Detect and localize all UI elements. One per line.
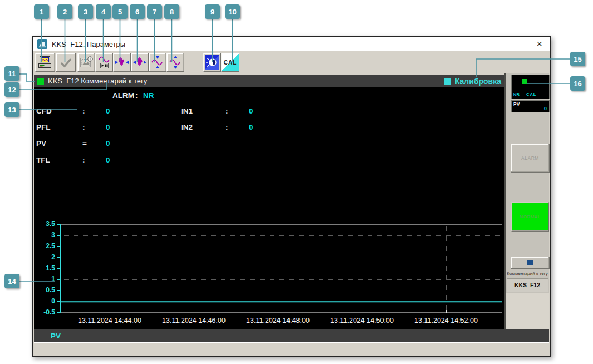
parameter-values: ALRM : NR CFD : 0 PFL : 0 PV = 0 TFL : 0… [34,87,504,210]
nr-status-label: NR [513,92,520,97]
callout-badge-1: 1 [34,4,49,19]
callout-badge-5: 5 [112,4,128,19]
in1-value: 0 [249,107,253,115]
cal-label: CAL [222,53,239,71]
snapshot-button[interactable] [77,53,95,72]
comment-button[interactable] [511,257,550,269]
callout-badge-7: 7 [147,4,162,19]
image-zoom-icon [80,56,93,69]
y-tick-label: -0.5 [34,308,55,316]
screen: 1 2 3 4 5 6 7 8 9 10 11 12 13 14 15 16 K… [0,0,593,364]
pv-value: 0 [106,139,110,147]
callout-badge-15: 15 [570,52,585,66]
calibration-label: Калибровка [455,77,501,86]
callout-badge-12: 12 [4,82,19,97]
alrm-sep: : [135,91,138,100]
in1-label: IN1 [181,107,193,115]
window-body: KKS_F12 Комментарий к тегу Калибровка AL… [33,73,550,356]
callout-badge-11: 11 [4,66,19,81]
tfl-label: TFL [36,156,50,164]
wave-expand-v-icon [168,55,183,70]
comment-square-icon [527,260,533,265]
pfl-label: PFL [36,123,51,131]
callout-badge-8: 8 [164,4,179,19]
normal-mode-button[interactable]: NORMAL [511,202,549,232]
status-bar [34,342,549,355]
y-tick-label: 3 [34,231,55,239]
pv-box-value: 0 [544,106,547,111]
tag-comment-bar: KKS_F12 Комментарий к тегу Калибровка [34,75,504,87]
expand-horizontal-button[interactable] [131,53,149,72]
wave-compress-h-icon [115,55,129,70]
parameters-panel: ALRM : NR CFD : 0 PFL : 0 PV = 0 TFL : 0… [34,87,504,329]
calibration-indicator: Калибровка [444,77,501,86]
checkmark-icon [59,56,72,69]
cal-status-label: CAL [526,92,536,97]
alarm-button[interactable]: ALARM [511,144,550,173]
callout-badge-2: 2 [57,4,72,19]
cfd-value: 0 [106,107,110,115]
title-bar: KKS_F12. Параметры × [33,37,550,52]
faceplate-panel: NR CAL PV 0 ALARM NORMAL Комментарий к т… [504,73,549,329]
copy-graph-button[interactable] [35,53,55,72]
compress-horizontal-button[interactable] [113,53,131,72]
y-tick-label: 1.5 [34,264,55,272]
contrast-button[interactable] [203,53,221,72]
legend-pv-label: PV [51,332,61,340]
pv-trace-line [60,224,502,313]
status-green-square-icon [522,79,527,84]
callout-badge-14: 14 [4,274,19,288]
tag-comment-text: KKS_F12 Комментарий к тегу [48,77,147,85]
y-tick-label: 2 [34,253,55,261]
app-icon [37,39,47,49]
toolbar: CAL [33,51,550,73]
faceplate-footer [506,293,549,329]
monitor-graph-icon [38,56,52,70]
x-tick-label: 13.11.2024 14:44:00 [65,317,154,324]
x-tick-label: 13.11.2024 14:52:00 [401,317,491,324]
wave-expand-h-icon [133,55,147,70]
expand-vertical-button[interactable] [166,53,184,72]
tfl-value: 0 [106,156,110,164]
calibration-square-icon [444,78,451,85]
in1-sep: : [226,107,228,115]
callout-badge-9: 9 [205,4,220,19]
x-tick-label: 13.11.2024 14:50:00 [317,317,406,324]
cfd-sep: : [82,107,85,115]
pv-sep: = [82,139,87,147]
y-tick-label: 2.5 [34,242,55,250]
status-box: NR CAL [511,75,550,99]
pv-value-box: PV 0 [511,100,550,112]
tfl-sep: : [82,156,85,164]
alrm-value: NR [143,91,154,100]
callout-badge-6: 6 [130,4,145,19]
alrm-label: ALRM [112,91,134,100]
callout-badge-3: 3 [78,4,93,19]
cal-button[interactable]: CAL [221,53,239,72]
accept-button[interactable] [56,53,76,72]
tag-status-square-icon [37,78,44,85]
callout-badge-4: 4 [96,4,111,19]
y-tick-label: 0.5 [34,286,55,294]
window-title: KKS_F12. Параметры [52,40,125,48]
contrast-icon [205,55,219,70]
pv-label: PV [36,139,46,147]
y-tick-label: 1 [34,275,55,283]
callout-badge-13: 13 [4,102,19,117]
compress-vertical-button[interactable] [149,53,166,72]
faceplate-comment-label: Комментарий к тегу [506,271,549,276]
callout-badge-10: 10 [225,4,240,19]
pv-box-label: PV [513,101,520,107]
in2-label: IN2 [181,123,193,131]
legend-row: PV [34,329,549,342]
y-tick-label: 3.5 [34,220,55,228]
parameters-window: KKS_F12. Параметры × [32,36,551,357]
close-button[interactable]: × [536,37,542,51]
faceplate-tag-name: KKS_F12 [507,278,548,292]
pause-trend-button[interactable] [95,53,113,72]
pfl-sep: : [82,123,85,131]
wave-playpause-icon [97,56,111,70]
pfl-value: 0 [106,123,110,131]
trend-chart: 3.532.521.510.50-0.513.11.2024 14:44:001… [34,210,504,329]
in2-value: 0 [249,123,253,131]
